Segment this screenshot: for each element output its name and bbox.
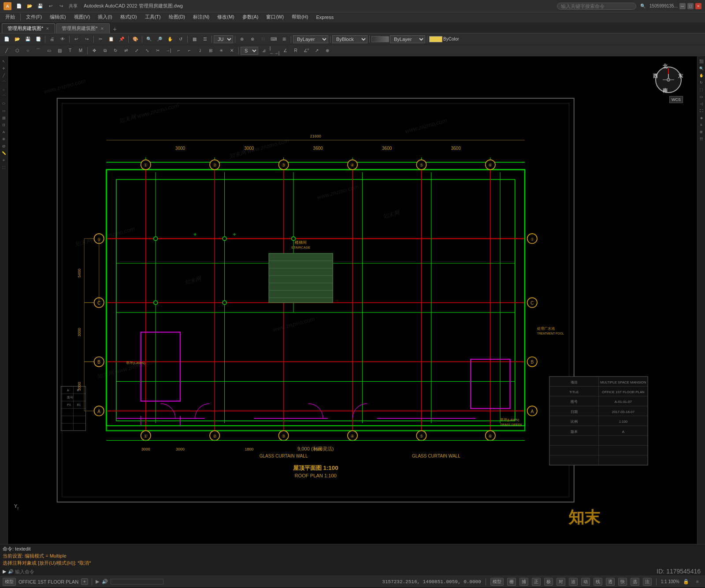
tb-osnap[interactable]: ⊗ xyxy=(248,35,257,44)
tab-2-close[interactable]: ✕ xyxy=(100,26,104,31)
tab-1-close[interactable]: ✕ xyxy=(46,26,49,31)
lt-arc[interactable]: ⌒ xyxy=(1,93,7,100)
layer-dropdown[interactable]: JU xyxy=(214,35,233,43)
tb-preview[interactable]: 👁 xyxy=(58,35,67,44)
ducs-btn[interactable]: 动 xyxy=(581,578,590,586)
menu-start[interactable]: 开始 xyxy=(2,13,19,21)
customize-btn[interactable]: ≡ xyxy=(693,577,702,586)
tb-fillet[interactable]: ⌐ xyxy=(174,46,184,55)
linetype1-dropdown[interactable]: ByLayer xyxy=(293,35,328,43)
add-layout-btn[interactable]: + xyxy=(81,578,88,585)
lt-wblock[interactable]: ⬚ xyxy=(1,164,7,170)
grid-btn[interactable]: 栅 xyxy=(507,578,516,586)
tb-dimlin[interactable]: |←→| xyxy=(270,46,279,55)
tb-grid[interactable]: ⊞ xyxy=(279,35,289,44)
menu-modify[interactable]: 修改(M) xyxy=(214,13,238,21)
tb-scale[interactable]: ⤢ xyxy=(132,46,141,55)
status-input[interactable] xyxy=(111,579,163,584)
tb-mtext[interactable]: M xyxy=(76,46,85,55)
rt-properties[interactable]: ≡ xyxy=(698,122,705,128)
lt-ellipse[interactable]: ⬭ xyxy=(1,100,7,107)
rt-prev[interactable]: ◁ xyxy=(698,100,705,107)
rt-viewcube[interactable]: ⬛ xyxy=(698,58,705,64)
menu-tools[interactable]: 工具(T) xyxy=(141,13,164,21)
tb-explode[interactable]: ✳ xyxy=(216,46,226,55)
tb-arc[interactable]: ⌒ xyxy=(33,46,43,55)
tb-stretch[interactable]: ⤡ xyxy=(142,46,152,55)
minimize-btn[interactable]: ─ xyxy=(679,3,686,9)
scale-dropdown[interactable]: S xyxy=(241,47,258,55)
tb-chamfer[interactable]: ⌐ xyxy=(185,46,194,55)
tb-copy2[interactable]: ⧉ xyxy=(100,46,110,55)
tb-undo[interactable]: ↩ xyxy=(71,35,81,44)
rt-designcenter[interactable]: ☷ xyxy=(698,136,705,142)
tb-rect[interactable]: ▭ xyxy=(44,46,54,55)
tb-text[interactable]: T xyxy=(65,46,75,55)
lt-text[interactable]: A xyxy=(1,129,7,135)
rt-3d[interactable]: ◈ xyxy=(698,115,705,121)
menu-draw[interactable]: 绘图(D) xyxy=(165,13,189,21)
lt-line[interactable]: ╱ xyxy=(1,72,7,78)
rt-zoom[interactable]: 🔍 xyxy=(698,65,705,71)
tb-dimalign[interactable]: ∠ xyxy=(280,46,290,55)
rt-extents[interactable]: ⬚ xyxy=(698,86,705,93)
anno-btn[interactable]: 注 xyxy=(643,578,652,586)
new-icon[interactable]: 📄 xyxy=(14,2,24,11)
rt-orbit[interactable]: ↻ xyxy=(698,79,705,86)
undo-icon[interactable]: ↩ xyxy=(46,2,56,11)
lt-attdef[interactable]: @ xyxy=(1,143,7,149)
tb-regen[interactable]: ↺ xyxy=(176,35,186,44)
menu-edit[interactable]: 编辑(E) xyxy=(46,13,70,21)
linetype2-dropdown[interactable]: ByBlock xyxy=(332,35,367,43)
lt-pline[interactable]: ⌒ xyxy=(1,79,7,86)
qp-btn[interactable]: 快 xyxy=(618,578,627,586)
layout-model-btn[interactable]: 模型 xyxy=(3,578,16,586)
tb-pan[interactable]: ✋ xyxy=(165,35,175,44)
snap-btn[interactable]: 捕 xyxy=(519,578,528,586)
tb-dynin[interactable]: ⌨ xyxy=(269,35,278,44)
tb-center[interactable]: ⊕ xyxy=(323,46,332,55)
cmd-input[interactable] xyxy=(15,569,147,574)
tab-add-btn[interactable]: + xyxy=(111,25,119,33)
tb-paste[interactable]: 📌 xyxy=(117,35,126,44)
tb-snap[interactable]: ⊕ xyxy=(237,35,247,44)
tb-annotate[interactable]: ⊿ xyxy=(259,46,269,55)
lt-insert[interactable]: ⊕ xyxy=(1,136,7,142)
menu-format[interactable]: 格式(O) xyxy=(117,13,141,21)
rt-window[interactable]: ▭ xyxy=(698,93,705,100)
tb-hatch[interactable]: ▨ xyxy=(55,46,64,55)
tb-save[interactable]: 💾 xyxy=(23,35,33,44)
tb-dimrad[interactable]: R xyxy=(291,46,301,55)
tb-extend[interactable]: →| xyxy=(163,46,173,55)
tb-layerprop[interactable]: ☰ xyxy=(200,35,210,44)
rt-full[interactable]: ⛶ xyxy=(698,108,705,114)
tb-dimang[interactable]: ∠° xyxy=(301,46,311,55)
search-btn[interactable]: 🔍 xyxy=(638,2,648,11)
close-btn[interactable]: ✕ xyxy=(695,3,701,9)
sc-btn[interactable]: 选 xyxy=(631,578,639,586)
model-btn[interactable]: 模型 xyxy=(490,578,504,586)
tb-print[interactable]: 🖨 xyxy=(47,35,57,44)
tb-leader[interactable]: ↗ xyxy=(312,46,322,55)
tb-redo[interactable]: ↪ xyxy=(82,35,92,44)
save-icon[interactable]: 💾 xyxy=(35,2,45,11)
menu-view[interactable]: 视图(V) xyxy=(70,13,94,21)
cad-drawing[interactable]: 3000 3000 3600 3600 3600 21600 ① ② ③ ④ ⑤ xyxy=(8,56,697,544)
maximize-btn[interactable]: □ xyxy=(687,3,694,9)
polar-btn[interactable]: 极 xyxy=(544,578,553,586)
rt-pan[interactable]: ✋ xyxy=(698,72,705,78)
osnap-btn[interactable]: 对 xyxy=(557,578,565,586)
tb-array[interactable]: ⊞ xyxy=(206,46,215,55)
ortho-btn[interactable]: 正 xyxy=(532,578,541,586)
tb-copy[interactable]: 📋 xyxy=(106,35,116,44)
menu-param[interactable]: 参数(A) xyxy=(239,13,262,21)
lt-cursor[interactable]: ✛ xyxy=(1,65,7,71)
tb-poly[interactable]: ⬡ xyxy=(12,46,22,55)
canvas-area[interactable]: www.znzmo.com 知末网 www.znzmo.com 知末网 www.… xyxy=(8,56,697,544)
search-input[interactable] xyxy=(557,3,636,10)
menu-express[interactable]: Express xyxy=(312,14,337,21)
open-icon[interactable]: 📂 xyxy=(25,2,34,11)
tab-2[interactable]: 管理用房建筑图* ✕ xyxy=(56,23,109,33)
lt-field[interactable]: ≡ xyxy=(1,157,7,163)
tb-line[interactable]: ╱ xyxy=(2,46,11,55)
